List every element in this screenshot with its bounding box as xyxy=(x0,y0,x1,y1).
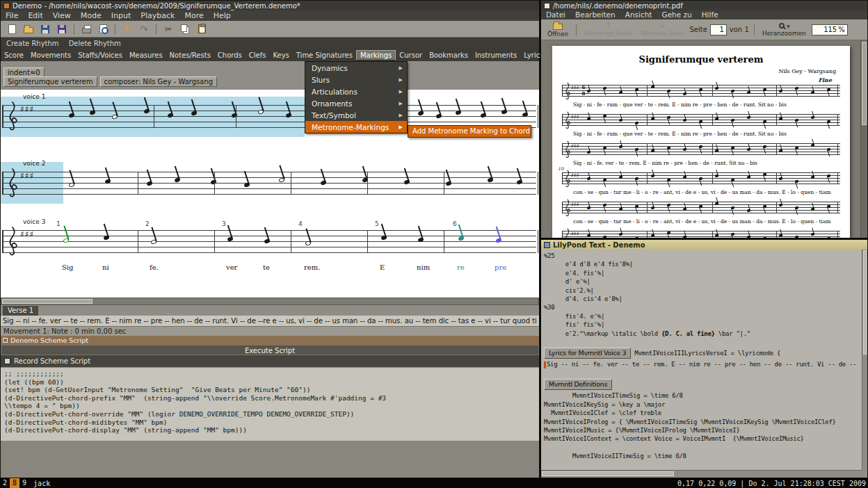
note[interactable] xyxy=(191,111,197,116)
cut-button[interactable]: ✂ xyxy=(161,22,175,36)
note[interactable] xyxy=(174,177,180,183)
mvmnt-definitions-chip[interactable]: MvmntI Definitions xyxy=(544,379,612,390)
zoom-level-input[interactable]: 115 % xyxy=(812,24,848,35)
scrollbar-thumb[interactable] xyxy=(2,299,93,304)
lyric-syllable[interactable]: ni xyxy=(102,263,109,271)
verse-tab[interactable]: Verse 1 xyxy=(3,306,38,316)
lyric-syllable[interactable]: fe. xyxy=(150,263,159,271)
scheme-script-panel-title[interactable]: Denemo Scheme Script xyxy=(1,336,539,345)
print-preview-button[interactable] xyxy=(96,22,110,36)
note[interactable] xyxy=(227,236,233,242)
open-button[interactable] xyxy=(22,22,35,36)
lyric-syllable[interactable]: pre xyxy=(495,263,506,271)
note[interactable] xyxy=(380,235,387,241)
save-button[interactable] xyxy=(38,22,52,36)
command-menu-item[interactable]: Markings xyxy=(356,50,396,60)
note[interactable] xyxy=(458,236,464,241)
lyric-syllable[interactable]: te xyxy=(263,263,270,271)
menu-item[interactable]: Datei xyxy=(541,10,570,20)
note[interactable] xyxy=(104,179,111,184)
note[interactable] xyxy=(68,182,74,188)
lyric-syllable[interactable]: E xyxy=(380,263,385,271)
command-menu-item[interactable]: Score xyxy=(1,51,27,60)
note[interactable] xyxy=(278,177,284,183)
copy-button[interactable] xyxy=(178,22,192,36)
workspace-tag[interactable]: 2 xyxy=(0,478,10,488)
zoom-in-button[interactable]: ▼ Heranzoomen xyxy=(760,22,809,38)
note[interactable] xyxy=(435,113,442,119)
command-menu-item[interactable]: Notes/Rests xyxy=(166,51,214,60)
score-title-chip[interactable]: Signiferumque verterem xyxy=(3,76,97,87)
command-menu-item[interactable]: Staffs/Voices xyxy=(74,51,126,60)
workspace-tag[interactable]: 8 xyxy=(10,478,19,488)
note[interactable] xyxy=(111,114,118,120)
menu-item[interactable]: Playback xyxy=(136,10,179,21)
command-menu-item[interactable]: Time Signatures xyxy=(293,51,356,60)
menu-item-slurs[interactable]: Slurs ▶ xyxy=(305,74,407,86)
note[interactable] xyxy=(210,179,216,185)
note[interactable] xyxy=(403,179,410,185)
score-canvas[interactable]: voice 1 ♯♯♯ voice 2 ♯♯♯ voice 3 123456 ♯… xyxy=(1,90,539,298)
denemo-titlebar[interactable]: Denemo - /home/nils/wacost-svn/denemo/20… xyxy=(1,1,539,10)
save-as-button[interactable] xyxy=(55,22,69,36)
menu-item[interactable]: Hilfe xyxy=(697,10,723,20)
open-button[interactable]: Öffnen xyxy=(545,21,571,38)
undo-button[interactable]: ↶ xyxy=(120,22,134,36)
paste-button[interactable] xyxy=(195,22,209,36)
note[interactable] xyxy=(285,113,291,118)
menu-item[interactable]: Ansicht xyxy=(620,10,657,20)
command-menu-item[interactable]: Instruments xyxy=(472,51,520,60)
note[interactable] xyxy=(501,109,507,115)
lilypond-vertical-scrollbar[interactable] xyxy=(862,250,867,470)
note[interactable] xyxy=(264,238,270,244)
menu-item[interactable]: Gehe zu xyxy=(657,10,697,20)
note[interactable] xyxy=(150,239,156,245)
menu-item-dynamics[interactable]: Dynamics ▶ xyxy=(305,62,407,74)
lilypond-text-editor[interactable]: %25 e'4 d'8 e'4 fis'8%| e'4. fis'%| d' e… xyxy=(541,250,862,470)
note[interactable] xyxy=(320,180,326,186)
menu-item-metronome-markings[interactable]: Metronome-Markings ▶ xyxy=(305,121,407,133)
note[interactable] xyxy=(103,235,109,241)
previous-page-button[interactable]: ↑ Vorherige Seite xyxy=(581,22,635,38)
lyric-syllable[interactable]: rem. xyxy=(304,263,320,271)
next-page-button[interactable]: ↓ Nächste Seite xyxy=(638,22,686,38)
note[interactable] xyxy=(231,113,237,118)
command-menu-item[interactable]: Clefs xyxy=(246,51,270,60)
menu-item[interactable]: Edit xyxy=(23,10,47,21)
score-horizontal-scrollbar[interactable] xyxy=(1,298,539,305)
lyric-syllable[interactable]: nim xyxy=(417,263,430,271)
page-number-input[interactable]: 1 xyxy=(710,24,727,35)
note[interactable] xyxy=(455,110,461,115)
note[interactable] xyxy=(417,237,424,243)
delete-rhythm-button[interactable]: Delete Rhythm xyxy=(69,40,121,47)
note[interactable] xyxy=(243,182,250,188)
pdf-content-area[interactable]: Signiferumque verterem Nils Gey - Wargsa… xyxy=(541,40,867,238)
execute-script-button[interactable]: Execute Script xyxy=(1,345,539,355)
command-menu-item[interactable]: Movements xyxy=(27,51,74,60)
note[interactable] xyxy=(63,238,69,243)
menu-item[interactable]: View xyxy=(48,10,76,21)
command-menu-item[interactable]: Bookmarks xyxy=(426,51,472,60)
note[interactable] xyxy=(89,110,95,115)
note[interactable] xyxy=(522,112,528,117)
create-rhythm-button[interactable]: Create Rhythm xyxy=(6,40,59,47)
note[interactable] xyxy=(516,179,522,185)
note[interactable] xyxy=(68,113,74,118)
lyric-syllable[interactable]: ver xyxy=(226,263,237,271)
pdf-titlebar[interactable]: /home/nils/.denemo/denemoprint.pdf xyxy=(541,1,867,10)
note[interactable] xyxy=(487,177,493,183)
record-checkbox[interactable] xyxy=(4,358,10,364)
note[interactable] xyxy=(417,111,424,116)
scrollbar-thumb[interactable] xyxy=(863,250,867,355)
command-menu-item[interactable]: Measures xyxy=(126,51,166,60)
command-menu-item[interactable]: Chords xyxy=(214,51,246,60)
menu-item[interactable]: Bearbeiten xyxy=(570,10,620,20)
lyrics-voice3-chip[interactable]: Lyrics for MvmntI Voice 3 xyxy=(544,348,631,359)
print-button[interactable] xyxy=(79,22,93,36)
note[interactable] xyxy=(167,113,173,118)
composer-chip[interactable]: composer: Nils Gey - Wargsang xyxy=(100,76,218,87)
note[interactable] xyxy=(143,108,150,114)
pdf-vertical-scrollbar[interactable] xyxy=(860,40,867,238)
new-file-button[interactable] xyxy=(5,22,19,36)
note[interactable] xyxy=(305,241,311,246)
